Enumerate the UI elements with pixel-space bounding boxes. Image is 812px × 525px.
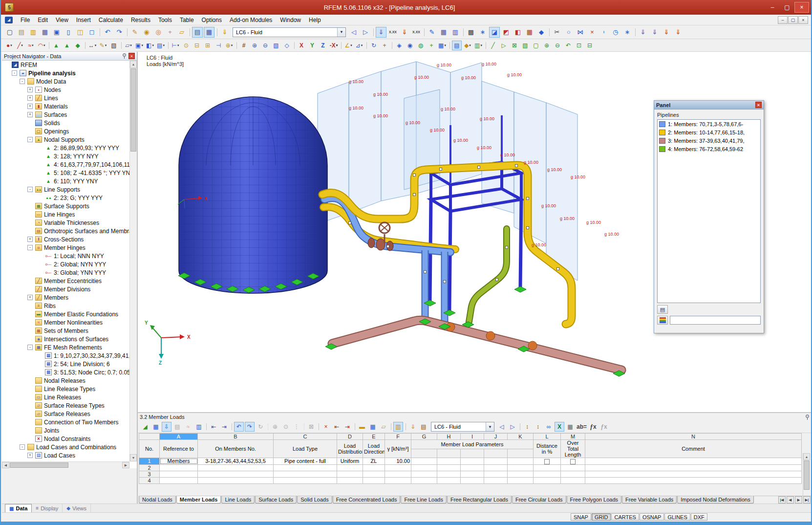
view-glasses-icon[interactable]: ∞ — [544, 422, 554, 432]
section-new-icon[interactable]: ◩ — [501, 27, 512, 38]
table-edit-mode-icon[interactable]: ◢ — [140, 422, 150, 432]
tree-item[interactable]: Surface Release Types — [2, 401, 129, 410]
tree-expander[interactable] — [37, 361, 43, 367]
view-y-icon[interactable]: Y — [307, 41, 317, 50]
tree-expander[interactable]: - — [27, 245, 33, 250]
table-refresh-icon[interactable]: ↻ — [256, 422, 265, 432]
clear-cell-icon[interactable]: ⊠ — [306, 422, 316, 432]
table-chart-icon[interactable]: ≈ — [183, 422, 193, 432]
previous-table-icon[interactable]: ◁ — [497, 422, 507, 432]
tree-expander[interactable] — [27, 220, 33, 225]
render-mode-icon[interactable]: ◈ — [394, 41, 404, 50]
menu-item[interactable]: Edit — [34, 15, 52, 25]
connect-lines-icon[interactable]: ⊢▾ — [171, 41, 180, 50]
generate-mesh-icon[interactable]: ∗ — [477, 27, 488, 38]
highlight-row-icon[interactable]: ▥ — [393, 422, 403, 432]
tree-expander[interactable]: + — [27, 295, 33, 300]
save-icon[interactable]: ▣ — [51, 27, 62, 38]
show-result-values-icon[interactable]: X.XX — [411, 27, 422, 38]
redo-icon[interactable]: ↷ — [114, 27, 125, 38]
navigator-horizontal-scrollbar[interactable]: ◀ ▶ — [2, 461, 129, 468]
tree-expander[interactable] — [37, 170, 43, 175]
menu-item[interactable]: Window — [276, 15, 305, 25]
tree-item[interactable]: 2: 86,89,90,93; YYY YYY — [2, 144, 129, 152]
navigator-tab[interactable]: ◆ Views — [63, 504, 91, 512]
print-preview-icon[interactable]: ◻ — [86, 27, 97, 38]
tree-item[interactable]: Nodal Releases — [2, 376, 129, 385]
tree-expander[interactable]: - — [20, 444, 25, 450]
new-surface-icon[interactable]: ▱▾ — [124, 41, 133, 50]
direction-cell[interactable]: ZL — [363, 458, 385, 465]
close-icon[interactable]: × — [128, 53, 135, 59]
menu-item[interactable]: Table — [176, 15, 198, 25]
table-notes-icon[interactable]: ▱ — [379, 422, 388, 432]
new-comment-icon[interactable]: ▱ — [176, 27, 187, 38]
work-plane-3d-icon[interactable]: ⊿▾ — [354, 41, 364, 50]
import-load-1-icon[interactable]: ⇓ — [638, 27, 648, 38]
column-letter[interactable]: N — [585, 434, 802, 440]
rotate-view-icon[interactable]: ◎ — [153, 27, 164, 38]
over-total-length-checkbox[interactable] — [570, 459, 576, 464]
calculator-icon[interactable]: ▦ — [565, 422, 575, 432]
new-annotation-icon[interactable]: ✎▾ — [98, 41, 108, 50]
tree-item[interactable]: Member Elastic Foundations — [2, 310, 129, 318]
column-letter[interactable]: G — [411, 434, 437, 440]
scroll-left-icon[interactable]: ◀ — [2, 462, 9, 468]
next-table-tab-icon[interactable]: ▶ — [795, 496, 802, 503]
table-tab[interactable]: Line Loads — [221, 496, 255, 503]
header-color-icon[interactable]: ▬ — [357, 422, 367, 432]
view-z-icon[interactable]: Z — [318, 41, 328, 50]
table-tab[interactable]: Nodal Loads — [139, 496, 176, 503]
column-letter[interactable]: H — [437, 434, 461, 440]
tree-item[interactable]: Intersections of Surfaces — [2, 335, 129, 343]
child-restore-button[interactable]: ▢ — [788, 16, 798, 24]
member-loads-table[interactable]: ABCDEFGHIJKLMN No. Reference to On Membe… — [139, 433, 802, 484]
tree-item[interactable]: Connection of Two Members — [2, 418, 129, 426]
column-letter[interactable]: A — [160, 434, 198, 440]
tree-item[interactable]: + Members — [2, 293, 129, 302]
status-toggle[interactable]: GRID — [592, 513, 611, 521]
more-rows-icon[interactable]: ⋮ — [292, 422, 301, 432]
new-nodal-support-icon[interactable]: ▲ — [51, 41, 61, 50]
maximize-button[interactable]: ▢ — [780, 2, 794, 13]
join-members-icon[interactable]: ⊕▾ — [224, 41, 234, 50]
status-toggle[interactable]: OSNAP — [640, 513, 664, 521]
tree-expander[interactable]: - — [27, 345, 33, 350]
open-file-icon[interactable]: ▤ — [16, 27, 27, 38]
tree-expander[interactable] — [27, 303, 33, 308]
mirror-icon[interactable]: ⋈ — [575, 27, 586, 38]
tree-expander[interactable] — [27, 228, 33, 234]
chevron-down-icon[interactable]: ▼ — [337, 28, 345, 37]
new-load-icon[interactable]: ⇓ — [219, 27, 230, 38]
storage-tank[interactable] — [179, 97, 327, 293]
fx-icon[interactable]: ƒx — [588, 422, 598, 432]
tree-expander[interactable]: + — [27, 112, 33, 117]
scroll-down-icon[interactable]: ▼ — [130, 454, 137, 461]
pipeline-legend-item[interactable]: 3: Members: 37-39,63,40,41,79, — [658, 136, 760, 145]
tree-expander[interactable] — [27, 411, 33, 416]
excel-export-icon[interactable]: X — [555, 422, 564, 432]
tree-item[interactable]: Nodal Constraints — [2, 435, 129, 443]
menu-item[interactable]: Calculate — [95, 15, 127, 25]
table-row[interactable]: 2 — [139, 464, 802, 471]
tree-item[interactable]: + Materials — [2, 102, 129, 110]
fx-delete-icon[interactable]: ƒx — [599, 422, 609, 432]
select-intersect-icon[interactable]: ⊠ — [510, 41, 519, 50]
tree-expander[interactable] — [27, 120, 33, 126]
history-icon[interactable]: ◷ — [610, 27, 621, 38]
tree-expander[interactable] — [27, 419, 33, 425]
table-tab[interactable]: Free Line Loads — [401, 496, 447, 503]
tree-item[interactable]: 3: Global; YNN YYY — [2, 268, 129, 277]
tree-expander[interactable]: - — [12, 70, 17, 76]
tree-expander[interactable] — [37, 370, 43, 375]
tree-expander[interactable] — [37, 178, 43, 184]
tree-item[interactable]: 2: 54; Line Division; 6 — [2, 360, 129, 368]
tree-expander[interactable] — [27, 320, 33, 325]
scroll-right-icon[interactable]: ▶ — [122, 462, 129, 468]
import-load-2-icon[interactable]: ⇓ — [649, 27, 660, 38]
distance-in-percent-checkbox[interactable] — [544, 459, 550, 464]
tree-expander[interactable] — [27, 203, 33, 209]
view-perspective-icon[interactable]: ◇ — [282, 41, 292, 50]
tree-expander[interactable] — [27, 278, 33, 284]
new-arc-icon[interactable]: ◠▾ — [37, 41, 46, 50]
